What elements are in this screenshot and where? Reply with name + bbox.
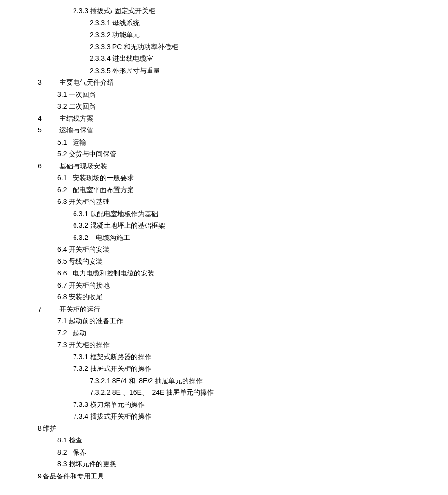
toc-title: 框架式断路器的操作: [90, 353, 151, 361]
toc-title: 母线的安装: [69, 257, 103, 265]
toc-number: 2.3.3.5: [90, 65, 111, 77]
toc-number: 3.1: [57, 89, 67, 101]
toc-title: 母线系统: [112, 19, 140, 27]
toc-number: 9: [38, 470, 42, 482]
toc-number: 7: [38, 303, 52, 315]
toc-entry: 7开关柜的运行: [0, 303, 448, 315]
toc-entry: 7.2 起动: [0, 327, 448, 339]
toc-title: 8E 、16E、 24E 抽屉单元的操作: [112, 388, 214, 396]
toc-number: 6.3: [57, 196, 67, 208]
toc-number: 8: [38, 422, 42, 435]
toc-title: 主结线方案: [59, 114, 93, 122]
toc-number: 7.3.2.1: [90, 375, 111, 387]
toc-number: 4: [38, 112, 52, 125]
toc-number: 2.3.3.4: [90, 53, 111, 65]
toc-title: 配电室平面布置方案: [69, 186, 134, 194]
table-of-contents: 2.3.3插拔式/ 固定式开关柜2.3.3.1母线系统2.3.3.2功能单元2.…: [0, 5, 448, 482]
toc-number: 8.2: [57, 446, 67, 458]
toc-title: 进出线电缆室: [112, 55, 153, 62]
toc-entry: 3主要电气元件介绍: [0, 76, 448, 89]
toc-title: 开关柜的安装: [69, 245, 110, 253]
toc-number: 7.3.2: [73, 363, 88, 375]
toc-title: 保养: [69, 448, 86, 456]
toc-title: 插拔式/ 固定式开关柜: [90, 7, 155, 15]
toc-number: 6.4: [57, 243, 67, 256]
toc-entry: 7.3.3横刀熔单元的操作: [0, 399, 448, 411]
toc-number: 6.1: [57, 172, 67, 184]
toc-title: 检查: [69, 436, 82, 444]
toc-number: 7.1: [57, 315, 67, 327]
toc-number: 3: [38, 76, 52, 89]
toc-entry: 5.2交货与中间保管: [0, 148, 448, 160]
toc-entry: 3.1一次回路: [0, 89, 448, 101]
toc-title: 混凝土地坪上的基础框架: [90, 221, 165, 229]
toc-title: 基础与现场安装: [59, 162, 107, 170]
toc-entry: 8.3损坏元件的更换: [0, 458, 448, 470]
toc-title: 电力电缆和控制电缆的安装: [69, 269, 154, 277]
toc-entry: 6基础与现场安装: [0, 160, 448, 172]
toc-entry: 8维护: [0, 422, 448, 435]
toc-number: 2.3.3.2: [90, 29, 111, 41]
toc-entry: 7.3.2抽屉式开关柜的操作: [0, 363, 448, 375]
toc-entry: 5运输与保管: [0, 124, 448, 136]
toc-number: 6.5: [57, 256, 67, 268]
toc-number: 6: [38, 160, 52, 172]
toc-number: 8.1: [57, 434, 67, 446]
toc-entry: 7.3.2.28E 、16E、 24E 抽屉单元的操作: [0, 386, 448, 399]
toc-title: PC 和无功功率补偿柜: [112, 43, 178, 51]
toc-number: 7.3.2.2: [90, 386, 111, 399]
toc-number: 7.3.1: [73, 351, 88, 363]
toc-number: 7.2: [57, 327, 67, 339]
toc-title: 以配电室地板作为基础: [90, 210, 158, 218]
toc-entry: 7.3.1框架式断路器的操作: [0, 351, 448, 363]
toc-number: 6.6: [57, 267, 67, 279]
toc-title: 抽屉式开关柜的操作: [90, 365, 151, 372]
toc-entry: 2.3.3.1母线系统: [0, 17, 448, 29]
toc-entry: 2.3.3.4进出线电缆室: [0, 53, 448, 65]
toc-entry: 8.1检查: [0, 434, 448, 446]
toc-entry: 6.6 电力电缆和控制电缆的安装: [0, 267, 448, 279]
toc-number: 6.3.2: [73, 232, 88, 244]
toc-entry: 5.1 运输: [0, 136, 448, 148]
toc-title: 起动前的准备工作: [69, 317, 123, 325]
toc-title: 运输与保管: [59, 126, 93, 134]
toc-number: 6.8: [57, 291, 67, 303]
toc-entry: 6.4开关柜的安装: [0, 243, 448, 256]
toc-title: 一次回路: [69, 91, 96, 98]
toc-entry: 6.2 配电室平面布置方案: [0, 184, 448, 196]
toc-entry: 9备品备件和专用工具: [0, 470, 448, 482]
toc-number: 2.3.3.1: [90, 17, 111, 29]
toc-title: 插拔式开关柜的操作: [90, 412, 151, 420]
toc-number: 5.1: [57, 136, 67, 148]
toc-number: 7.3.3: [73, 399, 88, 411]
toc-title: 横刀熔单元的操作: [90, 401, 145, 408]
toc-title: 外形尺寸与重量: [112, 67, 160, 74]
toc-entry: 6.7开关柜的接地: [0, 279, 448, 292]
toc-entry: 6.8安装的收尾: [0, 291, 448, 303]
toc-entry: 6.5母线的安装: [0, 256, 448, 268]
toc-number: 2.3.3: [73, 5, 88, 17]
toc-title: 开关柜的基础: [69, 198, 110, 205]
toc-entry: 7.3.2.18E/4 和 8E/2 抽屉单元的操作: [0, 375, 448, 387]
toc-title: 起动: [69, 329, 86, 337]
toc-entry: 6.3.2混凝土地坪上的基础框架: [0, 220, 448, 232]
toc-number: 6.2: [57, 184, 67, 196]
toc-entry: 4主结线方案: [0, 112, 448, 125]
toc-entry: 8.2 保养: [0, 446, 448, 458]
toc-number: 8.3: [57, 458, 67, 470]
toc-entry: 7.3.4插拔式开关柜的操作: [0, 410, 448, 422]
toc-entry: 2.3.3.2功能单元: [0, 29, 448, 41]
toc-entry: 6.1 安装现场的一般要求: [0, 172, 448, 184]
toc-number: 2.3.3.3: [90, 41, 111, 53]
toc-title: 安装的收尾: [69, 293, 103, 301]
toc-title: 二次回路: [69, 102, 96, 110]
toc-title: 主要电气元件介绍: [59, 78, 114, 86]
toc-number: 6.3.1: [73, 208, 88, 220]
toc-entry: 6.3.1以配电室地板作为基础: [0, 208, 448, 220]
toc-number: 6.7: [57, 279, 67, 292]
toc-number: 7.3.4: [73, 410, 88, 422]
toc-entry: 7.1起动前的准备工作: [0, 315, 448, 327]
toc-title: 开关柜的操作: [69, 341, 110, 348]
toc-number: 5.2: [57, 148, 67, 160]
toc-title: 电缆沟施工: [90, 234, 130, 241]
